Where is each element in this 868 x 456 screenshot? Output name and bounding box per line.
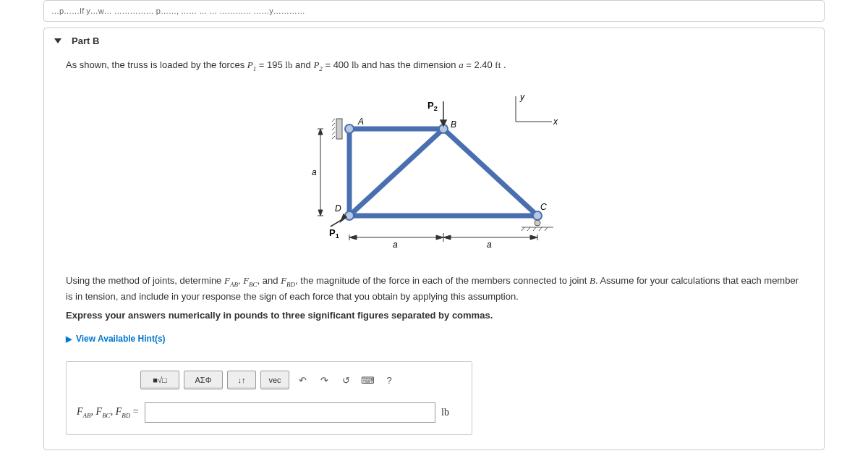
svg-line-19 — [522, 227, 524, 231]
svg-line-15 — [332, 132, 335, 135]
undo-icon[interactable]: ↶ — [294, 371, 311, 389]
svg-marker-45 — [443, 235, 451, 240]
svg-text:B: B — [451, 119, 456, 130]
svg-marker-35 — [318, 129, 323, 135]
answer-unit: lb — [441, 407, 461, 418]
svg-line-4 — [349, 129, 443, 216]
chevron-down-icon — [54, 38, 61, 43]
axis-x-label: x — [553, 117, 558, 127]
answer-box: ■√□ ΑΣΦ ↓↑ vec ↶ ↷ ↺ ⌨ ? FAB, FBC, FBD = — [66, 361, 472, 435]
svg-line-16 — [332, 136, 335, 139]
svg-text:a: a — [312, 167, 317, 177]
part-b-header[interactable]: Part B — [44, 28, 824, 54]
svg-line-14 — [332, 127, 335, 130]
vec-button[interactable]: vec — [260, 371, 289, 389]
p1-label: P1 — [329, 227, 339, 240]
truss-svg: y x — [292, 85, 581, 252]
keyboard-icon[interactable]: ⌨ — [359, 371, 376, 389]
svg-marker-42 — [349, 235, 357, 240]
instructions-line-1: Using the method of joints, determine FA… — [66, 274, 807, 304]
svg-line-23 — [545, 227, 548, 231]
svg-text:C: C — [540, 202, 547, 212]
svg-point-7 — [345, 124, 354, 133]
svg-line-20 — [527, 227, 530, 231]
svg-point-9 — [533, 211, 542, 220]
svg-line-22 — [539, 227, 542, 231]
equation-toolbar: ■√□ ΑΣΦ ↓↑ vec ↶ ↷ ↺ ⌨ ? — [67, 362, 472, 395]
template-button[interactable]: ■√□ — [140, 371, 179, 389]
svg-point-10 — [345, 211, 354, 220]
greek-button[interactable]: ΑΣΦ — [184, 371, 223, 389]
svg-text:A: A — [357, 117, 364, 127]
instructions-bold: Express your answers numerically in poun… — [66, 308, 807, 323]
svg-rect-11 — [336, 119, 342, 139]
answer-input[interactable] — [145, 402, 435, 423]
svg-line-13 — [332, 123, 335, 126]
reset-icon[interactable]: ↺ — [337, 371, 354, 389]
problem-statement: As shown, the truss is loaded by the for… — [66, 58, 807, 74]
p2-label: P2 — [427, 100, 438, 112]
svg-point-17 — [535, 220, 540, 226]
svg-line-21 — [533, 227, 536, 231]
truncated-previous-part: …p……If y…w… …………… p……, …… … … ………… ……y……… — [43, 0, 825, 22]
svg-line-12 — [332, 119, 335, 122]
redo-icon[interactable]: ↷ — [315, 371, 333, 389]
svg-marker-46 — [530, 235, 537, 240]
svg-line-5 — [443, 129, 537, 216]
truss-figure: y x — [66, 85, 807, 252]
answer-label: FAB, FBC, FBD = — [77, 406, 139, 419]
sub-sup-button[interactable]: ↓↑ — [227, 371, 256, 389]
part-b-panel: Part B As shown, the truss is loaded by … — [43, 28, 825, 450]
view-hints-link[interactable]: ▶ View Available Hint(s) — [66, 334, 166, 344]
svg-text:a: a — [393, 240, 398, 250]
svg-marker-36 — [318, 210, 323, 216]
axis-y-label: y — [519, 92, 525, 102]
part-title: Part B — [72, 35, 99, 46]
chevron-right-icon: ▶ — [66, 334, 72, 344]
svg-text:a: a — [487, 240, 492, 250]
help-icon[interactable]: ? — [380, 371, 398, 389]
svg-text:D: D — [335, 203, 341, 214]
